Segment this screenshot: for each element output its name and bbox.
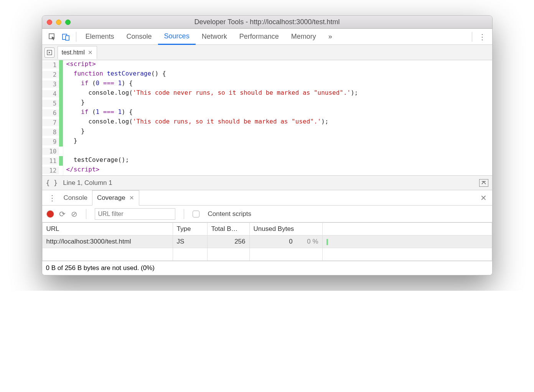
device-toolbar-icon[interactable] [61, 31, 71, 42]
coverage-marker [59, 79, 63, 89]
reload-icon[interactable]: ⟳ [59, 209, 66, 219]
cell-total: 256 [207, 236, 249, 248]
lineno: 9 [42, 138, 59, 145]
coverage-marker [59, 156, 63, 166]
cell-url: http://localhost:3000/test.html [42, 236, 173, 248]
col-total[interactable]: Total B… [207, 223, 249, 236]
file-tab-test-html[interactable]: test.html ✕ [58, 46, 97, 59]
lineno: 6 [42, 109, 59, 117]
lineno: 7 [42, 119, 59, 126]
cell-bar [322, 236, 492, 248]
lineno: 8 [42, 128, 59, 136]
lineno: 5 [42, 100, 59, 107]
separator [76, 32, 76, 42]
col-type[interactable]: Type [173, 223, 207, 236]
show-navigator-button[interactable] [44, 48, 54, 58]
tab-overflow[interactable]: » [322, 29, 338, 45]
cursor-position: Line 1, Column 1 [63, 179, 112, 187]
svg-rect-2 [66, 36, 69, 40]
toggle-drawer-icon[interactable] [479, 179, 488, 187]
lineno: 1 [42, 61, 59, 69]
usage-bar-icon [326, 239, 328, 245]
lineno: 2 [42, 71, 59, 78]
coverage-marker [59, 99, 63, 108]
inspect-element-icon[interactable] [47, 31, 58, 42]
col-url[interactable]: URL [42, 223, 173, 236]
drawer-tab-label: Coverage [97, 194, 125, 202]
source-editor[interactable]: 1 2 3 4 5 6 7 8 9 10 11 12 <script> func… [42, 60, 492, 176]
file-tab-label: test.html [62, 49, 85, 56]
pretty-print-icon[interactable]: { } [46, 179, 58, 187]
coverage-marker [59, 70, 63, 79]
drawer-tab-console[interactable]: Console [59, 190, 92, 206]
coverage-marker [59, 89, 63, 99]
more-menu-icon[interactable]: ⋮ [475, 32, 489, 41]
tab-console[interactable]: Console [120, 29, 158, 45]
tab-sources[interactable]: Sources [158, 29, 196, 45]
table-row [42, 248, 492, 261]
content-scripts-label: Content scripts [208, 210, 251, 218]
drawer-tab-coverage[interactable]: Coverage ✕ [92, 190, 139, 206]
title-bar: Developer Tools - http://localhost:3000/… [42, 16, 492, 29]
cell-unused: 0 0 % [249, 236, 322, 248]
tab-elements[interactable]: Elements [79, 29, 120, 45]
col-unused[interactable]: Unused Bytes [249, 223, 322, 236]
coverage-marker [59, 127, 63, 137]
table-header-row: URL Type Total B… Unused Bytes [42, 223, 492, 236]
main-toolbar: Elements Console Sources Network Perform… [42, 29, 492, 45]
devtools-window: Developer Tools - http://localhost:3000/… [42, 15, 493, 275]
tab-network[interactable]: Network [196, 29, 233, 45]
tab-memory[interactable]: Memory [285, 29, 322, 45]
lineno: 12 [42, 167, 59, 174]
separator [472, 32, 472, 42]
coverage-marker [59, 108, 63, 118]
file-tab-strip: test.html ✕ [42, 45, 492, 60]
coverage-marker [59, 118, 63, 127]
coverage-marker [59, 166, 63, 175]
close-tab-icon[interactable]: ✕ [129, 194, 134, 201]
drawer-menu-icon[interactable]: ⋮ [45, 193, 59, 203]
col-bar [322, 223, 492, 236]
cell-type: JS [173, 236, 207, 248]
close-drawer-icon[interactable]: ✕ [480, 193, 487, 203]
lineno: 4 [42, 90, 59, 97]
drawer-tab-strip: ⋮ Console Coverage ✕ ✕ [42, 190, 492, 206]
content-scripts-checkbox[interactable] [193, 211, 199, 217]
table-row[interactable]: http://localhost:3000/test.html JS 256 0… [42, 236, 492, 248]
record-button[interactable] [47, 211, 54, 217]
close-tab-icon[interactable]: ✕ [88, 49, 93, 56]
separator [86, 209, 86, 219]
coverage-toolbar: ⟳ ⊘ Content scripts [42, 206, 492, 222]
lineno: 3 [42, 81, 59, 88]
coverage-marker [59, 60, 63, 70]
coverage-table: URL Type Total B… Unused Bytes http://lo… [42, 222, 492, 261]
clear-icon[interactable]: ⊘ [71, 209, 77, 219]
coverage-marker [59, 137, 63, 147]
line-gutter: 1 2 3 4 5 6 7 8 9 10 11 12 [42, 60, 63, 175]
url-filter-input[interactable] [95, 208, 175, 220]
coverage-status: 0 B of 256 B bytes are not used. (0%) [42, 261, 492, 275]
coverage-marker [59, 147, 63, 156]
code-area[interactable]: <script> function testCoverage() { if (0… [63, 60, 361, 175]
editor-status-bar: { } Line 1, Column 1 [42, 176, 492, 190]
tab-performance[interactable]: Performance [233, 29, 285, 45]
lineno: 11 [42, 157, 59, 165]
window-title: Developer Tools - http://localhost:3000/… [42, 18, 492, 26]
separator [184, 209, 184, 219]
lineno: 10 [42, 148, 59, 155]
